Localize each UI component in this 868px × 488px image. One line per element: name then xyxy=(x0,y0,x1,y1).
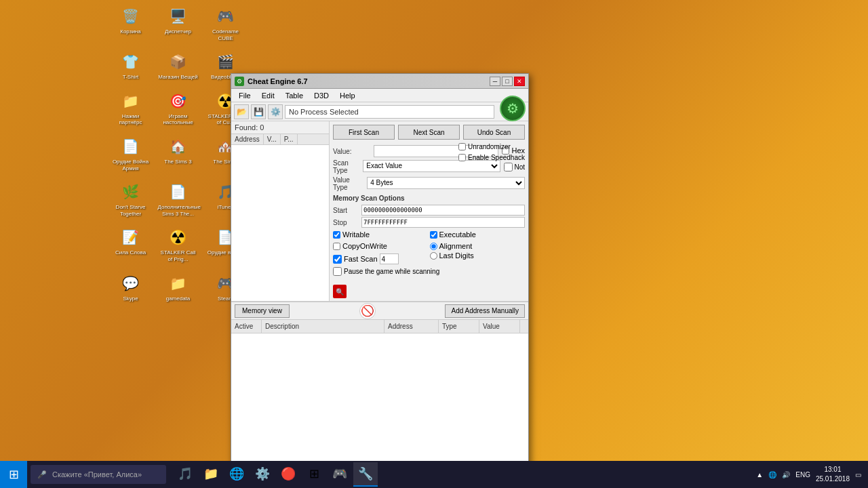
start-button[interactable]: ⊞ xyxy=(0,461,27,488)
window-title: Cheat Engine 6.7 xyxy=(248,77,308,85)
memory-view-row: Memory view 🚫 Add Address Manually xyxy=(231,302,528,319)
copyonwrite-checkbox[interactable] xyxy=(333,243,340,250)
window-controls: ─ □ ✕ xyxy=(490,77,525,86)
menu-file[interactable]: File xyxy=(233,90,256,101)
stop-range-row: Stop xyxy=(333,217,525,228)
desktop-icon-sims3[interactable]: 🏠 The Sims 3 xyxy=(156,134,200,174)
speedhack-row: Enable Speedhack xyxy=(458,154,525,161)
taskbar-icon-grid[interactable]: ⊞ xyxy=(302,462,326,487)
desktop-icon-igry[interactable]: 🎯 Играем настольные xyxy=(156,88,200,128)
taskbar-icon-browser[interactable]: 🌐 xyxy=(224,462,249,487)
found-count: Found: 0 xyxy=(231,121,329,134)
lastdigits-label: Last Digits xyxy=(439,251,474,260)
pause-game-button[interactable]: 🚫 xyxy=(359,303,376,319)
desktop-icon-tshirt[interactable]: 👕 T-Shirt xyxy=(108,49,153,83)
pointer-scan-icon[interactable]: 🔍 xyxy=(333,285,347,298)
taskbar-icon-music[interactable]: 🎵 xyxy=(173,462,197,487)
desktop-icon-silaslov[interactable]: 📝 Сила Слова xyxy=(108,224,153,264)
desktop-icon-shop[interactable]: 📦 Магазин Вещей xyxy=(156,49,200,83)
settings-icon: ⚙ xyxy=(500,96,526,121)
toolbar-save-btn[interactable]: 💾 xyxy=(251,104,266,119)
copyonwrite-row: CopyOnWrite xyxy=(333,242,429,250)
tray-icon-expand[interactable]: ▲ xyxy=(756,471,763,479)
undo-scan-button[interactable]: Undo Scan xyxy=(463,125,525,140)
toolbar-open-btn[interactable]: 📂 xyxy=(234,104,249,119)
tray-icon-network[interactable]: 🌐 xyxy=(768,471,776,479)
start-input[interactable] xyxy=(361,205,525,216)
scan-area: Found: 0 Address V... P... First Scan Ne… xyxy=(231,121,528,302)
minimize-button[interactable]: ─ xyxy=(490,77,500,86)
next-scan-button[interactable]: Next Scan xyxy=(398,125,460,140)
igry-icon: 🎯 xyxy=(167,90,189,112)
maximize-button[interactable]: □ xyxy=(502,77,513,86)
start-label: Start xyxy=(333,207,360,214)
desktop-icon-sims3extra[interactable]: 📄 Дополнительные Sims 3 The... xyxy=(156,179,200,219)
menu-edit[interactable]: Edit xyxy=(256,90,280,101)
memory-view-button[interactable]: Memory view xyxy=(235,304,290,318)
executable-label: Executable xyxy=(439,230,476,239)
desktop-icon-dontstave[interactable]: 🌿 Don't Starve Together xyxy=(108,179,153,219)
search-bar[interactable]: 🎤 Скажите «Привет, Алиса» xyxy=(31,465,166,484)
dispatcher-icon: 🖥️ xyxy=(167,5,189,27)
korzina-label: Корзина xyxy=(120,28,140,35)
desktop-icon-korzina[interactable]: 🗑️ Корзина xyxy=(108,3,153,43)
desktop-icon-gamedata[interactable]: 📁 gamedata xyxy=(156,270,200,304)
unrandomizer-checkbox[interactable] xyxy=(458,143,466,150)
menu-d3d[interactable]: D3D xyxy=(309,90,334,101)
nazhmi-label: Нажми партнёрс xyxy=(111,113,151,126)
fastscan-checkbox[interactable] xyxy=(333,255,342,264)
lastdigits-radio[interactable] xyxy=(430,252,437,260)
ce-app-icon: ⚙ xyxy=(235,77,244,86)
value-type-select[interactable]: 4 Bytes xyxy=(367,177,525,189)
sims3extra-label: Дополнительные Sims 3 The... xyxy=(158,204,199,217)
address-list-body xyxy=(231,145,329,301)
taskbar-clock[interactable]: 13:01 25.01.2018 xyxy=(816,465,850,484)
desktop-icon-orudie[interactable]: 📄 Орудие Война Армия xyxy=(108,134,153,174)
not-checkbox[interactable] xyxy=(504,163,513,171)
taskbar-icon-ce[interactable]: 🎮 xyxy=(328,462,352,487)
desktop-icon-skype[interactable]: 💬 Skype xyxy=(108,270,153,304)
orudie-icon: 📄 xyxy=(120,136,142,157)
toolbar-settings-btn[interactable]: ⚙️ xyxy=(268,104,283,119)
close-button[interactable]: ✕ xyxy=(514,77,525,86)
menu-help[interactable]: Help xyxy=(334,90,361,101)
executable-checkbox[interactable] xyxy=(430,231,437,239)
addr-col-address: Address xyxy=(231,134,264,144)
codename-icon: 🎮 xyxy=(215,5,237,27)
process-selector[interactable]: No Process Selected xyxy=(285,105,494,119)
writable-checkbox[interactable] xyxy=(333,231,340,239)
tray-lang[interactable]: ENG xyxy=(795,471,810,479)
search-text: Скажите «Привет, Алиса» xyxy=(52,470,142,479)
pause-checkbox[interactable] xyxy=(333,267,342,276)
add-address-button[interactable]: Add Address Manually xyxy=(445,304,525,318)
left-options: Writable CopyOnWrite Fast Scan xyxy=(333,230,429,264)
titlebar-left: ⚙ Cheat Engine 6.7 xyxy=(235,77,308,86)
stop-label: Stop xyxy=(333,219,360,226)
addr-col-v: V... xyxy=(264,134,281,144)
taskbar-icon-steam[interactable]: 🔧 xyxy=(353,462,378,487)
tray-icon-volume[interactable]: 🔊 xyxy=(782,471,790,479)
desktop-icon-stalker2[interactable]: ☢️ STALKER Call of Prig... xyxy=(156,224,200,264)
desktop: 🗑️ Корзина 🖥️ Диспетчер 🎮 Codename CUBE … xyxy=(0,0,868,488)
alignment-group: Alignment Last Digits xyxy=(430,242,526,260)
first-scan-button[interactable]: First Scan xyxy=(333,125,395,140)
taskbar-icon-settings[interactable]: ⚙️ xyxy=(250,462,275,487)
codename-label: Codename CUBE xyxy=(205,28,245,41)
alignment-radio[interactable] xyxy=(430,243,437,250)
stop-input[interactable] xyxy=(361,217,525,228)
speedhack-checkbox[interactable] xyxy=(458,154,466,161)
desktop-icon-codename[interactable]: 🎮 Codename CUBE xyxy=(203,3,248,43)
tray-icon-show-desktop[interactable]: ▭ xyxy=(855,471,861,479)
desktop-icon-dispatcher[interactable]: 🖥️ Диспетчер xyxy=(156,3,200,43)
taskbar-icon-record[interactable]: 🔴 xyxy=(276,462,300,487)
col-address: Address xyxy=(384,320,439,333)
sims3extra-icon: 📄 xyxy=(167,181,189,203)
right-options: Executable Alignment Last Digits xyxy=(430,230,526,264)
fastscan-value-input[interactable] xyxy=(380,253,399,264)
menu-table[interactable]: Table xyxy=(280,90,309,101)
desktop-icon-nazhmi[interactable]: 📁 Нажми партнёрс xyxy=(108,88,153,128)
toolbar: 📂 💾 ⚙️ No Process Selected ⚙ Settings xyxy=(231,102,528,121)
cheat-engine-window: ⚙ Cheat Engine 6.7 ─ □ ✕ File Edit Table… xyxy=(231,73,529,488)
taskbar-icon-folder[interactable]: 📁 xyxy=(199,462,223,487)
titlebar[interactable]: ⚙ Cheat Engine 6.7 ─ □ ✕ xyxy=(231,74,528,89)
